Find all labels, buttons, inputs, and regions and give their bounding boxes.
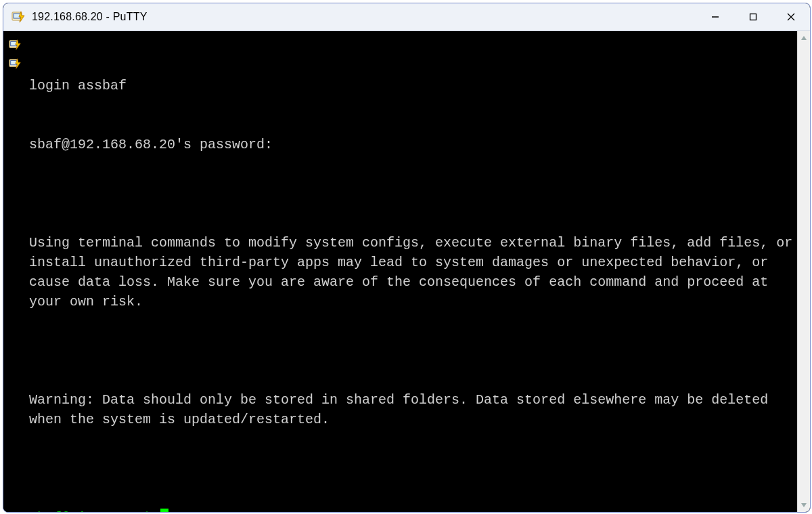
- scroll-track[interactable]: [798, 45, 810, 498]
- client-area: login assbaf sbaf@192.168.68.20's passwo…: [3, 31, 810, 512]
- scroll-up-icon[interactable]: [798, 31, 810, 45]
- terminal-line: Using terminal commands to modify system…: [29, 233, 797, 312]
- terminal-line: login assbaf: [29, 76, 797, 95]
- cursor: [160, 509, 168, 512]
- putty-icon: [9, 39, 21, 51]
- minimize-button[interactable]: [696, 3, 734, 30]
- putty-window: 192.168.68.20 - PuTTY: [3, 3, 811, 513]
- prompt-user: sbaf: [29, 510, 62, 512]
- window-title: 192.168.68.20 - PuTTY: [32, 11, 696, 23]
- prompt-path: ~: [135, 510, 143, 512]
- scrollbar[interactable]: [797, 31, 810, 512]
- prompt-line: sbaf@VirtDSM:~$: [29, 508, 797, 512]
- terminal-line: sbaf@192.168.68.20's password:: [29, 135, 797, 154]
- svg-rect-4: [750, 14, 757, 20]
- prompt-host: VirtDSM: [70, 510, 127, 512]
- window-controls: [696, 3, 810, 30]
- close-button[interactable]: [772, 3, 810, 30]
- putty-icon: [12, 10, 25, 24]
- prompt-colon: :: [127, 510, 135, 512]
- prompt-at: @: [62, 510, 70, 512]
- maximize-button[interactable]: [734, 3, 772, 30]
- svg-marker-14: [801, 503, 807, 507]
- svg-marker-13: [801, 36, 807, 40]
- terminal[interactable]: login assbaf sbaf@192.168.68.20's passwo…: [26, 31, 797, 512]
- scroll-down-icon[interactable]: [798, 498, 810, 512]
- titlebar[interactable]: 192.168.68.20 - PuTTY: [3, 3, 810, 31]
- gutter-icons: [3, 31, 26, 512]
- prompt-symbol: $: [143, 510, 151, 512]
- terminal-line: Warning: Data should only be stored in s…: [29, 390, 797, 429]
- putty-icon: [9, 58, 21, 70]
